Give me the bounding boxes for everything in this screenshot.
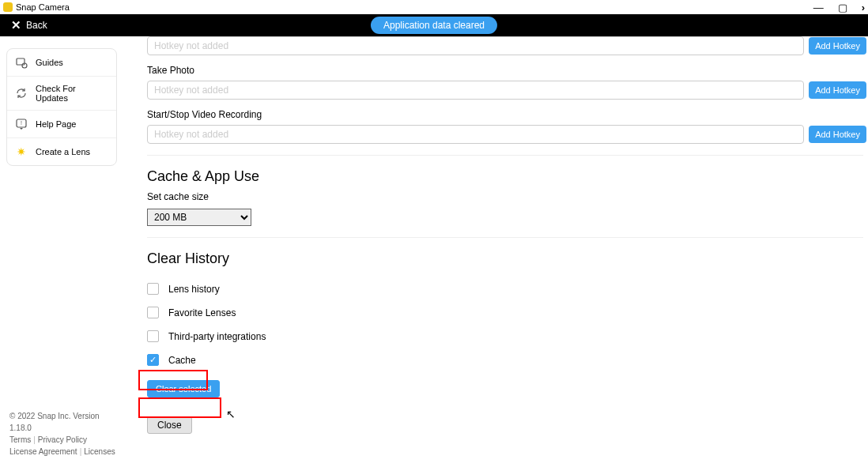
maximize-icon[interactable]: ▢	[838, 2, 847, 13]
cache-size-label: Set cache size	[147, 191, 866, 202]
back-button[interactable]: ✕ Back	[11, 18, 47, 32]
hotkey-input-3[interactable]	[147, 125, 804, 144]
lens-icon: ✷	[15, 145, 28, 158]
help-icon: !	[15, 118, 28, 130]
checkbox-lens-history[interactable]: Lens history	[147, 283, 866, 295]
checkbox-third-party[interactable]: Third-party integrations	[147, 330, 866, 342]
sidebar-item-label: Guides	[36, 58, 63, 67]
sidebar-item-help[interactable]: ! Help Page	[7, 111, 116, 138]
checkbox-label: Third-party integrations	[168, 331, 266, 342]
guide-icon	[15, 56, 28, 69]
sidebar-item-label: Help Page	[36, 119, 76, 129]
sidebar-item-guides[interactable]: Guides	[7, 49, 116, 77]
checkbox-label: Lens history	[168, 284, 220, 295]
close-icon[interactable]: ›	[862, 2, 865, 13]
checkbox-icon[interactable]	[147, 307, 159, 318]
footer: © 2022 Snap Inc. Version 1.18.0 Terms|Pr…	[6, 407, 123, 461]
cache-heading: Cache & App Use	[147, 168, 866, 185]
sidebar-item-label: Check For Updates	[36, 84, 108, 103]
checkbox-label: Favorite Lenses	[168, 307, 236, 318]
copyright-text: © 2022 Snap Inc. Version 1.18.0	[9, 410, 120, 434]
sidebar: Guides Check For Updates ! Help Page ✷ C…	[0, 36, 123, 467]
checkbox-label: Cache	[168, 355, 196, 366]
footer-link-license[interactable]: License Agreement	[9, 447, 77, 456]
close-button[interactable]: Close	[147, 416, 192, 434]
checkbox-cache[interactable]: ✓ Cache	[147, 354, 866, 366]
history-heading: Clear History	[147, 250, 866, 267]
minimize-icon[interactable]: —	[813, 2, 824, 13]
footer-link-terms[interactable]: Terms	[9, 435, 31, 444]
hotkey-input-1[interactable]	[147, 36, 804, 55]
status-banner: Application data cleared	[371, 17, 497, 34]
sidebar-item-create-lens[interactable]: ✷ Create a Lens	[7, 138, 116, 165]
hotkey-input-2[interactable]	[147, 81, 804, 100]
cache-size-select[interactable]: 200 MB	[147, 209, 251, 226]
svg-text:!: !	[21, 120, 22, 126]
app-icon	[3, 2, 13, 12]
add-hotkey-button[interactable]: Add Hotkey	[809, 37, 866, 55]
banner-text: Application data cleared	[383, 20, 485, 31]
checkbox-icon[interactable]: ✓	[147, 354, 159, 366]
footer-link-privacy[interactable]: Privacy Policy	[38, 435, 87, 444]
header-bar: ✕ Back Application data cleared	[0, 14, 868, 36]
checkbox-icon[interactable]	[147, 283, 159, 295]
field-label: Take Photo	[147, 65, 866, 76]
clear-selected-button[interactable]: Clear selected	[147, 380, 220, 397]
titlebar: Snap Camera — ▢ ›	[0, 0, 868, 14]
window-title: Snap Camera	[16, 2, 70, 12]
add-hotkey-button[interactable]: Add Hotkey	[809, 81, 866, 99]
checkbox-favorite-lenses[interactable]: Favorite Lenses	[147, 307, 866, 318]
main-content: Add Hotkey Take Photo Add Hotkey Start/S…	[123, 36, 868, 467]
checkbox-icon[interactable]	[147, 330, 159, 342]
refresh-icon	[15, 87, 28, 100]
x-icon: ✕	[11, 18, 21, 32]
add-hotkey-button[interactable]: Add Hotkey	[809, 126, 866, 143]
sidebar-item-updates[interactable]: Check For Updates	[7, 77, 116, 111]
cursor-icon: ↖	[226, 408, 236, 420]
field-label: Start/Stop Video Recording	[147, 109, 866, 120]
back-label: Back	[26, 20, 47, 31]
sidebar-item-label: Create a Lens	[36, 147, 90, 156]
footer-link-licenses[interactable]: Licenses	[84, 447, 115, 456]
